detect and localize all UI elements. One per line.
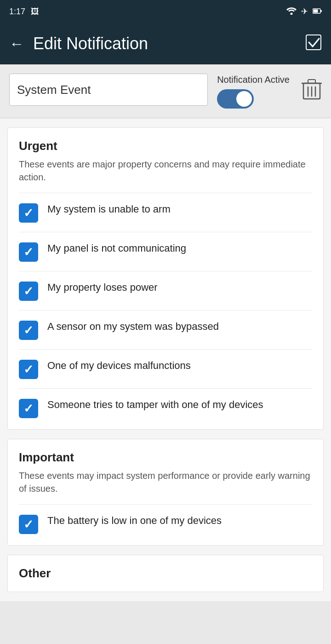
- device-malfunctions-label: One of my devices malfunctions: [47, 359, 312, 373]
- unable-to-arm-label: My system is unable to arm: [47, 202, 312, 217]
- time-display: 1:17: [9, 7, 25, 17]
- active-toggle[interactable]: [217, 89, 254, 109]
- loses-power-label: My property loses power: [47, 281, 312, 295]
- main-content: Urgent These events are major property c…: [0, 118, 331, 601]
- checkbox-device-malfunctions[interactable]: ✓: [19, 360, 38, 379]
- urgent-description: These events are major property concerns…: [19, 158, 312, 184]
- urgent-title: Urgent: [19, 139, 312, 153]
- airplane-icon: ✈: [301, 6, 308, 17]
- system-event-input[interactable]: [9, 74, 208, 106]
- check-icon: ✓: [23, 284, 34, 299]
- tamper-label: Someone tries to tamper with one of my d…: [47, 398, 312, 412]
- battery-icon: [313, 7, 322, 17]
- important-section: Important These events may impact system…: [7, 439, 324, 546]
- list-item[interactable]: ✓ The battery is low in one of my device…: [19, 504, 312, 545]
- list-item[interactable]: ✓ A sensor on my system was bypassed: [19, 310, 312, 349]
- other-section: Other: [7, 555, 324, 592]
- important-title: Important: [19, 450, 312, 465]
- battery-low-label: The battery is low in one of my devices: [47, 514, 312, 528]
- checkbox-loses-power[interactable]: ✓: [19, 282, 38, 301]
- top-bar: ← Edit Notification: [0, 23, 331, 64]
- panel-not-communicating-label: My panel is not communicating: [47, 242, 312, 256]
- page-title: Edit Notification: [33, 34, 148, 53]
- list-item[interactable]: ✓ My property loses power: [19, 271, 312, 310]
- photo-icon: 🖼: [31, 7, 39, 17]
- check-icon: ✓: [23, 402, 34, 416]
- checkbox-tamper[interactable]: ✓: [19, 399, 38, 418]
- other-title: Other: [19, 566, 312, 581]
- check-icon: ✓: [23, 206, 34, 220]
- checkbox-battery-low[interactable]: ✓: [19, 515, 38, 534]
- save-button[interactable]: [305, 34, 322, 54]
- list-item[interactable]: ✓ My system is unable to arm: [19, 193, 312, 232]
- back-button[interactable]: ←: [9, 35, 24, 52]
- svg-point-0: [291, 12, 293, 15]
- toggle-thumb: [236, 91, 252, 107]
- notification-controls: Notification Active: [217, 74, 322, 109]
- list-item[interactable]: ✓ One of my devices malfunctions: [19, 349, 312, 388]
- checkbox-sensor-bypassed[interactable]: ✓: [19, 321, 38, 340]
- sensor-bypassed-label: A sensor on my system was bypassed: [47, 320, 312, 334]
- list-item[interactable]: ✓ Someone tries to tamper with one of my…: [19, 388, 312, 429]
- header-section: Notification Active: [0, 64, 331, 118]
- notification-label-group: Notification Active: [217, 74, 290, 109]
- urgent-section: Urgent These events are major property c…: [7, 127, 324, 430]
- wifi-icon: [286, 6, 297, 17]
- svg-line-6: [313, 39, 319, 46]
- list-item[interactable]: ✓ My panel is not communicating: [19, 232, 312, 271]
- svg-rect-3: [320, 10, 322, 12]
- checkbox-panel-not-communicating[interactable]: ✓: [19, 242, 38, 262]
- svg-rect-2: [314, 9, 318, 12]
- status-bar-right: ✈: [286, 6, 322, 17]
- delete-button[interactable]: [302, 78, 322, 105]
- checkbox-unable-to-arm[interactable]: ✓: [19, 203, 38, 223]
- active-label: Active: [265, 75, 290, 85]
- check-icon: ✓: [23, 245, 34, 259]
- status-bar: 1:17 🖼 ✈: [0, 0, 331, 23]
- important-description: These events may impact system performan…: [19, 469, 312, 495]
- check-icon: ✓: [23, 323, 34, 338]
- top-bar-left: ← Edit Notification: [9, 34, 148, 53]
- check-icon: ✓: [23, 518, 34, 532]
- status-bar-left: 1:17 🖼: [9, 7, 39, 17]
- svg-line-5: [309, 42, 313, 46]
- notification-label: Notification: [217, 75, 263, 85]
- check-icon: ✓: [23, 362, 34, 377]
- toggle-container: [217, 89, 290, 109]
